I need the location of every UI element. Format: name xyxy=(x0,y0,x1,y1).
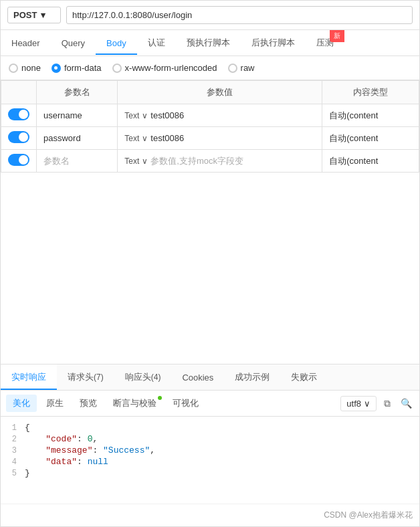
method-label: POST xyxy=(13,10,37,20)
footer-text: CSDN @Alex抱着爆米花 xyxy=(324,510,413,520)
key-message: "message" xyxy=(45,445,92,455)
line-num-3: 3 xyxy=(1,446,25,455)
code-line-3: 3 "message": "Success", xyxy=(1,445,419,456)
col-param-name: 参数名 xyxy=(37,81,118,104)
response-sub-tabs: 美化 原生 预览 断言与校验 可视化 utf8 ∨ ⧉ 🔍 xyxy=(1,391,419,417)
method-chevron-icon: ▾ xyxy=(41,10,45,20)
line-num-2: 2 xyxy=(1,435,25,444)
response-tab-cookies[interactable]: Cookies xyxy=(171,366,224,389)
tab-stress-test[interactable]: 压测 新 xyxy=(306,30,344,56)
code-content-3: "message": "Success", xyxy=(25,445,419,455)
search-icon[interactable]: 🔍 xyxy=(398,395,414,411)
sub-tab-preview[interactable]: 预览 xyxy=(73,395,104,412)
option-raw[interactable]: raw xyxy=(228,63,255,73)
option-form-data[interactable]: form-data xyxy=(51,63,102,73)
code-line-1: 1 { xyxy=(1,422,419,433)
table-row: username Text ∨ test0086 自动(content xyxy=(1,104,419,127)
tab-auth[interactable]: 认证 xyxy=(137,30,176,56)
code-line-4: 4 "data": null xyxy=(1,456,419,467)
chevron-down-icon: ∨ xyxy=(142,134,148,143)
row1-param-name[interactable]: username xyxy=(37,104,118,127)
response-tab-bar: 实时响应 请求头(7) 响应头(4) Cookies 成功示例 失败示 xyxy=(1,364,419,390)
line-num-1: 1 xyxy=(1,423,25,433)
code-line-5: 5 } xyxy=(1,467,419,479)
encoding-select[interactable]: utf8 ∨ xyxy=(340,396,377,411)
row2-type-value: Text ∨ test0086 xyxy=(118,127,322,150)
row3-type-value: Text ∨ 参数值,支持mock字段变 xyxy=(118,150,322,173)
response-tabs: 实时响应 请求头(7) 响应头(4) Cookies 成功示例 失败示 xyxy=(1,364,419,391)
url-bar: POST ▾ xyxy=(1,1,419,30)
row1-type[interactable]: Text ∨ xyxy=(124,111,148,120)
key-data: "data" xyxy=(45,457,77,467)
response-tab-success[interactable]: 成功示例 xyxy=(224,364,280,390)
code-content-5: } xyxy=(25,468,419,478)
row2-param-name[interactable]: password xyxy=(37,127,118,150)
tab-header[interactable]: Header xyxy=(1,31,51,55)
radio-none[interactable] xyxy=(9,64,18,73)
row3-type[interactable]: Text ∨ xyxy=(124,156,148,166)
response-tab-request-headers[interactable]: 请求头(7) xyxy=(57,364,114,390)
copy-icon[interactable]: ⧉ xyxy=(379,395,395,411)
tab-body[interactable]: Body xyxy=(96,31,137,55)
row1-toggle[interactable] xyxy=(8,108,29,120)
tab-post-script[interactable]: 后执行脚本 xyxy=(241,30,306,56)
app-container: POST ▾ Header Query Body 认证 预执行脚本 后执行脚本 … xyxy=(0,0,420,527)
row3-value[interactable]: 参数值,支持mock字段变 xyxy=(150,155,243,167)
response-tab-failure[interactable]: 失败示 xyxy=(280,364,328,390)
response-tab-response-headers[interactable]: 响应头(4) xyxy=(114,364,172,390)
radio-urlencoded[interactable] xyxy=(112,64,122,73)
line-num-4: 4 xyxy=(1,457,25,467)
col-toggle xyxy=(1,81,37,104)
row2-toggle-cell xyxy=(1,127,37,150)
code-content-1: { xyxy=(25,423,419,433)
tab-pre-script[interactable]: 预执行脚本 xyxy=(176,30,241,56)
value-message: "Success" xyxy=(103,445,150,455)
row3-toggle-cell xyxy=(1,150,37,173)
option-none[interactable]: none xyxy=(9,63,41,73)
code-content-4: "data": null xyxy=(25,457,419,467)
sub-tab-assert[interactable]: 断言与校验 xyxy=(106,395,163,412)
key-code: "code" xyxy=(45,434,77,444)
col-param-value: 参数值 xyxy=(118,81,322,104)
url-input[interactable] xyxy=(66,6,413,24)
response-tab-realtime[interactable]: 实时响应 xyxy=(1,364,57,390)
sub-tab-beautify[interactable]: 美化 xyxy=(6,395,37,412)
footer: CSDN @Alex抱着爆米花 xyxy=(1,504,419,526)
sub-tab-visual[interactable]: 可视化 xyxy=(166,395,205,412)
radio-raw[interactable] xyxy=(228,64,237,73)
new-badge: 新 xyxy=(330,30,344,42)
row1-value[interactable]: test0086 xyxy=(150,110,184,120)
sub-tab-raw[interactable]: 原生 xyxy=(39,395,70,412)
method-select[interactable]: POST ▾ xyxy=(7,7,61,23)
main-tab-bar: Header Query Body 认证 预执行脚本 后执行脚本 压测 新 xyxy=(1,30,419,56)
body-options: none form-data x-www-form-urlencoded raw xyxy=(1,56,419,80)
option-urlencoded[interactable]: x-www-form-urlencoded xyxy=(112,63,217,73)
response-header-count: (4) xyxy=(151,373,161,382)
assert-dot xyxy=(158,396,162,400)
table-row: 参数名 Text ∨ 参数值,支持mock字段变 自动(content xyxy=(1,150,419,173)
spacer xyxy=(1,173,419,364)
tab-query[interactable]: Query xyxy=(51,31,96,55)
col-content-type: 内容类型 xyxy=(322,81,419,104)
row2-toggle[interactable] xyxy=(8,131,29,143)
code-content-2: "code": 0, xyxy=(25,434,419,444)
code-area: 1 { 2 "code": 0, 3 "message": "Success",… xyxy=(1,417,419,504)
row1-content-type: 自动(content xyxy=(322,104,419,127)
row3-toggle[interactable] xyxy=(8,154,29,166)
row1-toggle-cell xyxy=(1,104,37,127)
params-table: 参数名 参数值 内容类型 username Text ∨ t xyxy=(1,80,419,173)
value-data: null xyxy=(88,457,108,467)
chevron-down-icon: ∨ xyxy=(142,111,148,120)
row1-type-value: Text ∨ test0086 xyxy=(118,104,322,127)
request-header-count: (7) xyxy=(94,373,104,382)
row2-type[interactable]: Text ∨ xyxy=(124,134,148,143)
row3-param-name[interactable]: 参数名 xyxy=(37,150,118,173)
row3-content-type: 自动(content xyxy=(322,150,419,173)
row2-content-type: 自动(content xyxy=(322,127,419,150)
row2-value[interactable]: test0086 xyxy=(150,133,184,143)
radio-form-data[interactable] xyxy=(51,64,61,73)
code-line-2: 2 "code": 0, xyxy=(1,433,419,445)
table-row: password Text ∨ test0086 自动(content xyxy=(1,127,419,150)
chevron-down-icon: ∨ xyxy=(142,156,148,166)
encoding-chevron-icon: ∨ xyxy=(364,399,371,409)
